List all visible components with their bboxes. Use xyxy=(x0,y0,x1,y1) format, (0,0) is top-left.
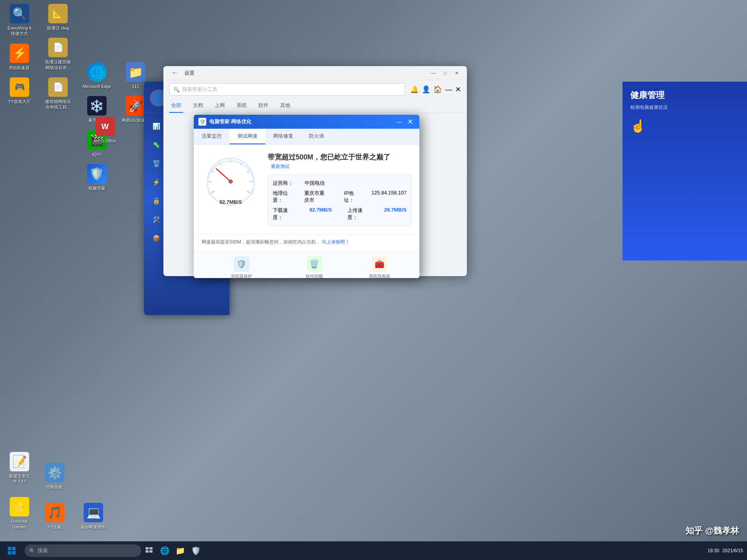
settings-minimize-button[interactable]: — xyxy=(428,68,439,78)
svg-rect-15 xyxy=(8,551,11,555)
file-explorer-icon: 📁 xyxy=(175,546,185,555)
start-button[interactable] xyxy=(4,543,19,558)
ip-label: IP地址： xyxy=(344,190,360,204)
health-panel: 健康管理 检测电脑健康状况 ☝️ xyxy=(622,82,747,261)
settings-search-placeholder: 搜索管家小工具 xyxy=(182,86,217,93)
software-uninstall-icon: 🗑️ xyxy=(307,256,322,272)
desktop-icons-bottom-left2: ⚙️ 控制面板 🎵 YY音频 xyxy=(39,463,70,537)
taskbar-right-area: 18:30 2021/6/15 xyxy=(708,548,743,553)
settings-close-button[interactable]: ✕ xyxy=(451,68,462,78)
svg-rect-20 xyxy=(149,550,153,553)
search-icon: 🔍 xyxy=(174,87,180,93)
settings-maximize-button[interactable]: □ xyxy=(440,68,451,78)
desktop-icon-control-panel[interactable]: ⚙️ 控制面板 xyxy=(39,463,70,490)
network-result-info: 带宽超过500M，您已屹立于世界之巅了 重新测试 运营商： 中国电信 地理位置：… xyxy=(268,152,412,226)
settings-toolbar-icon2[interactable]: 👤 xyxy=(422,85,430,94)
taskbar-file-explorer[interactable]: 📁 xyxy=(173,544,187,558)
taskbar-pcmgr-shield-icon: 🛡️ xyxy=(191,546,201,555)
permission-icon: 🔒 xyxy=(152,196,161,205)
network-close-button[interactable]: ✕ xyxy=(405,117,415,126)
settings-tabs: 全部 文档 上网 系统 软件 其他 xyxy=(163,99,467,113)
desktop-icon-building-network[interactable]: 📄 陈潘汉建筑物网络综合布... xyxy=(42,38,74,70)
settings-close-icon2[interactable]: ✕ xyxy=(455,85,461,94)
taskbar: 🔍 搜索 🌐 📁 🛡️ 18:30 2021/6/15 xyxy=(0,541,747,560)
desktop-icon-everything[interactable]: 🔍 Everything It快捷方式 xyxy=(4,4,35,37)
settings-tab-all[interactable]: 全部 xyxy=(169,99,183,113)
desktop-icon-col-3: 🌐 Microsoft Edge ❄️ 暴雪战网 🎬 iQIYI 🛡️ 电脑管家 xyxy=(81,4,112,198)
settings-tab-docs[interactable]: 文档 xyxy=(191,99,205,113)
svg-rect-13 xyxy=(8,547,11,550)
taskbar-pcmgr-icon[interactable]: 🛡️ xyxy=(189,544,203,558)
trash-clean-icon: 🗑️ xyxy=(152,159,161,168)
browser-protect-item[interactable]: 🛡️ 浏览器保护 拦截弹窗广告,保护浏览器默认页 xyxy=(218,256,265,278)
svg-point-12 xyxy=(230,180,232,183)
task-view-icon xyxy=(145,547,153,555)
isp-value: 中国电信 xyxy=(305,180,325,187)
settings-tab-web[interactable]: 上网 xyxy=(213,99,227,113)
health-hand-icon[interactable]: ☝️ xyxy=(630,119,739,133)
network-minimize-button[interactable]: — xyxy=(395,117,404,126)
network-tab-speed[interactable]: 测试网速 xyxy=(230,129,265,144)
desktop-icons-right: W WPS Office xyxy=(89,117,121,150)
desktop-icon-edge[interactable]: 🌐 Microsoft Edge xyxy=(81,62,112,89)
tools-icon: 🛠️ xyxy=(152,215,161,224)
system-rescue-label: 系统急救箱 xyxy=(369,273,390,278)
desktop-icon-yy-game[interactable]: 🎮 YY游戏大厅 xyxy=(4,77,35,104)
taskbar-search-placeholder: 搜索 xyxy=(38,547,48,554)
taskbar-search-box[interactable]: 🔍 搜索 xyxy=(25,544,141,557)
location-value: 重庆市重庆市 xyxy=(304,190,328,204)
health-panel-subtitle: 检测电脑健康状况 xyxy=(630,104,739,111)
network-title-text: 电脑管家-网络优化 xyxy=(209,118,251,125)
desktop-icon-txt[interactable]: 📝 新建文本文件.TXT xyxy=(4,452,35,485)
speedometer: 92.7MB/S xyxy=(202,152,260,211)
desktop-icon-yy-audio[interactable]: 🎵 YY音频 xyxy=(39,503,70,530)
browser-protect-label: 浏览器保护 xyxy=(231,273,252,278)
upload-value: 29.7MB/S xyxy=(384,207,407,221)
settings-toolbar-icon3[interactable]: 🏠 xyxy=(433,85,442,94)
virus-scan-icon: 🦠 xyxy=(152,140,161,149)
speed-display-value: 92.7MB/S xyxy=(219,199,242,205)
settings-titlebar: ← 设置 — □ ✕ xyxy=(163,66,467,80)
settings-tab-system[interactable]: 系统 xyxy=(235,99,249,113)
settings-search-area: 🔍 搜索管家小工具 🔔 👤 🏠 — ✕ xyxy=(163,80,467,99)
svg-line-9 xyxy=(247,191,250,193)
desktop: 🔍 Everything It快捷方式 ⚡ 炸jb加速器 🎮 YY游戏大厅 📐 … xyxy=(0,0,747,560)
taskbar-edge-icon[interactable]: 🌐 xyxy=(158,544,172,558)
desktop-icon-dwg1[interactable]: 📐 陈潘汉.dwg xyxy=(42,4,74,31)
desktop-icon-building-network2[interactable]: 📄 建筑物网络综合布线工程... xyxy=(42,77,74,110)
retest-link[interactable]: 重新测试 xyxy=(271,163,289,170)
software-mgmt-icon: 📦 xyxy=(152,233,161,243)
desktop-icon-col-1: 🔍 Everything It快捷方式 ⚡ 炸jb加速器 🎮 YY游戏大厅 xyxy=(4,4,35,111)
svg-rect-17 xyxy=(146,547,149,550)
ip-value: 125.84.158.107 xyxy=(372,190,407,204)
network-footer: 🛡️ 浏览器保护 拦截弹窗广告,保护浏览器默认页 🗑️ 软件卸载 删除软件,不留… xyxy=(194,251,419,278)
network-tab-traffic[interactable]: 流量监控 xyxy=(194,129,230,144)
isp-label: 运营商： xyxy=(273,180,293,187)
network-tab-firewall[interactable]: 防火墙 xyxy=(301,129,332,144)
desktop-icon-col-2: 📐 陈潘汉.dwg 📄 陈潘汉建筑物网络综合布... 📄 建筑物网络综合布线工程… xyxy=(42,4,74,117)
desktop-icon-diannaogj[interactable]: 🛡️ 电脑管家 xyxy=(81,164,112,191)
network-tabs: 流量监控 测试网速 网络修复 防火墙 xyxy=(194,129,419,145)
settings-tab-software[interactable]: 软件 xyxy=(256,99,270,113)
settings-back-button[interactable]: ← xyxy=(168,67,181,79)
download-label: 下载速度： xyxy=(273,207,298,221)
settings-tab-other[interactable]: 其他 xyxy=(278,99,292,113)
settings-minimize-icon[interactable]: — xyxy=(445,86,452,94)
svg-line-10 xyxy=(216,169,231,182)
svg-rect-19 xyxy=(146,550,149,553)
settings-search-box[interactable]: 🔍 搜索管家小工具 xyxy=(169,83,405,96)
settings-toolbar-icon1[interactable]: 🔔 xyxy=(410,85,419,94)
software-uninstall-item[interactable]: 🗑️ 软件卸载 删除软件,不留残余 xyxy=(298,256,331,278)
taskbar-task-view[interactable] xyxy=(142,544,156,558)
svg-rect-16 xyxy=(12,551,16,555)
network-result-header: 带宽超过500M，您已屹立于世界之巅了 重新测试 xyxy=(268,152,412,170)
network-promo-link[interactable]: 马上体验吧！ xyxy=(322,239,350,245)
windows-logo-icon xyxy=(7,546,16,555)
desktop-icons-bottom-left: 📝 新建文本文件.TXT ⭐ Rockstar Games xyxy=(4,452,35,537)
system-rescue-item[interactable]: 🧰 系统急救箱 解决木马顽固病毒 xyxy=(364,256,395,278)
desktop-icon-jia-su[interactable]: ⚡ 炸jb加速器 xyxy=(4,44,35,70)
network-tab-repair[interactable]: 网络修复 xyxy=(265,129,301,144)
desktop-icon-wps[interactable]: W WPS Office xyxy=(89,117,121,144)
desktop-icon-jb-net[interactable]: 💻 刷jb网课用的 xyxy=(78,503,109,530)
desktop-icon-rockstar[interactable]: ⭐ Rockstar Games xyxy=(4,497,35,530)
